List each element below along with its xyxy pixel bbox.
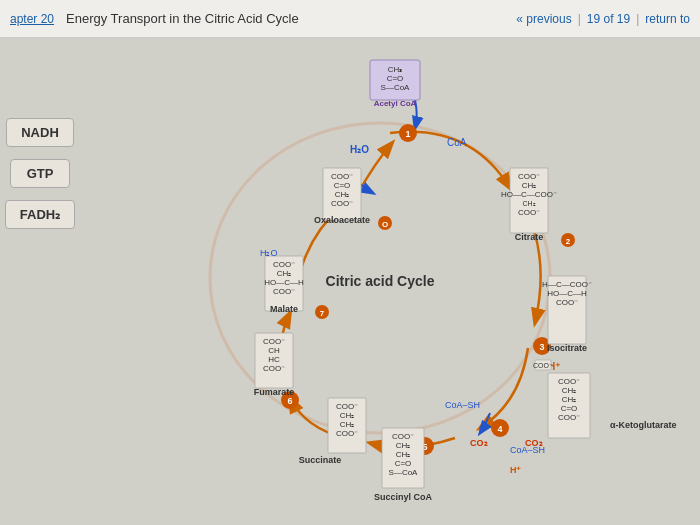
- svg-text:COO⁻: COO⁻: [336, 429, 358, 438]
- svg-text:COO⁻: COO⁻: [331, 199, 353, 208]
- svg-text:Succinate: Succinate: [299, 455, 342, 465]
- svg-text:COO⁻: COO⁻: [518, 208, 540, 217]
- svg-text:COO⁻: COO⁻: [558, 377, 580, 386]
- svg-text:6: 6: [287, 396, 292, 406]
- svg-text:CH: CH: [268, 346, 280, 355]
- svg-text:2: 2: [566, 237, 571, 246]
- gtp-badge: GTP: [10, 159, 70, 188]
- svg-text:S—CoA: S—CoA: [381, 83, 411, 92]
- svg-text:COO⁻: COO⁻: [556, 298, 578, 307]
- svg-text:COO⁻: COO⁻: [392, 432, 414, 441]
- svg-text:HC: HC: [268, 355, 280, 364]
- svg-text:H⁺: H⁺: [510, 465, 522, 475]
- svg-text:CO₂: CO₂: [525, 438, 543, 448]
- svg-text:7: 7: [320, 309, 325, 318]
- svg-text:H₂O: H₂O: [350, 144, 369, 155]
- svg-text:C=O: C=O: [334, 181, 351, 190]
- svg-text:Fumarate: Fumarate: [254, 387, 295, 397]
- page-info: 19 of 19: [587, 12, 630, 26]
- svg-text:C=O: C=O: [395, 459, 412, 468]
- svg-text:Oxaloacetate: Oxaloacetate: [314, 215, 370, 225]
- svg-text:CH₂: CH₂: [522, 181, 537, 190]
- svg-text:COO⁻: COO⁻: [263, 337, 285, 346]
- svg-text:3: 3: [539, 342, 544, 352]
- svg-text:H—C—COO⁻: H—C—COO⁻: [542, 280, 592, 289]
- main-content: NADH GTP FADH₂: [0, 38, 700, 525]
- svg-text:O: O: [382, 220, 388, 229]
- separator2: |: [636, 12, 639, 26]
- svg-text:CH₂: CH₂: [396, 441, 411, 450]
- svg-text:CH₂: CH₂: [522, 200, 535, 207]
- svg-text:COO⁻: COO⁻: [336, 402, 358, 411]
- svg-text:HO—C—H: HO—C—H: [264, 278, 304, 287]
- diagram-area: 1 2 3 4 5 6 CH₃ C=O S—CoA: [80, 38, 700, 525]
- nav-controls: « previous | 19 of 19 | return to: [516, 12, 690, 26]
- svg-text:CH₂: CH₂: [396, 450, 411, 459]
- svg-text:Isocitrate: Isocitrate: [547, 343, 587, 353]
- svg-text:CH₃: CH₃: [388, 65, 403, 74]
- return-link[interactable]: return to: [645, 12, 690, 26]
- svg-text:COO⁻: COO⁻: [533, 362, 553, 369]
- svg-text:α-Ketoglutarate: α-Ketoglutarate: [610, 420, 677, 430]
- svg-text:Citrate: Citrate: [515, 232, 544, 242]
- svg-text:COO⁻: COO⁻: [331, 172, 353, 181]
- svg-text:CH₂: CH₂: [562, 386, 577, 395]
- svg-text:Malate: Malate: [270, 304, 298, 314]
- svg-text:Citric acid Cycle: Citric acid Cycle: [326, 273, 435, 289]
- svg-text:HO—C—H: HO—C—H: [547, 289, 587, 298]
- sidebar: NADH GTP FADH₂: [0, 38, 80, 525]
- svg-text:H₂O: H₂O: [260, 248, 278, 258]
- nadh-badge: NADH: [6, 118, 74, 147]
- svg-text:COO⁻: COO⁻: [273, 260, 295, 269]
- svg-text:CH₂: CH₂: [340, 411, 355, 420]
- svg-text:4: 4: [497, 424, 502, 434]
- top-bar: apter 20 Energy Transport in the Citric …: [0, 0, 700, 38]
- svg-text:COO⁻: COO⁻: [518, 172, 540, 181]
- svg-text:Succinyl CoA: Succinyl CoA: [374, 492, 433, 502]
- svg-text:CO₂: CO₂: [470, 438, 488, 448]
- separator1: |: [578, 12, 581, 26]
- chapter-link[interactable]: apter 20: [10, 12, 54, 26]
- svg-text:CoA–SH: CoA–SH: [445, 400, 480, 410]
- svg-text:CH₂: CH₂: [335, 190, 350, 199]
- svg-text:Acetyl CoA: Acetyl CoA: [374, 99, 417, 108]
- svg-text:CH₂: CH₂: [562, 395, 577, 404]
- svg-text:CoA: CoA: [447, 137, 467, 148]
- svg-text:CH₂: CH₂: [277, 269, 292, 278]
- fadh2-badge: FADH₂: [5, 200, 75, 229]
- svg-text:1: 1: [405, 129, 410, 139]
- prev-link[interactable]: « previous: [516, 12, 571, 26]
- page-title: Energy Transport in the Citric Acid Cycl…: [66, 11, 299, 26]
- svg-text:COO⁻: COO⁻: [263, 364, 285, 373]
- svg-text:HO—C—COO⁻: HO—C—COO⁻: [501, 190, 557, 199]
- svg-text:C=O: C=O: [561, 404, 578, 413]
- svg-text:S—CoA: S—CoA: [389, 468, 419, 477]
- svg-text:CH₂: CH₂: [340, 420, 355, 429]
- svg-text:C=O: C=O: [387, 74, 404, 83]
- svg-text:COO⁻: COO⁻: [273, 287, 295, 296]
- svg-text:COO⁻: COO⁻: [558, 413, 580, 422]
